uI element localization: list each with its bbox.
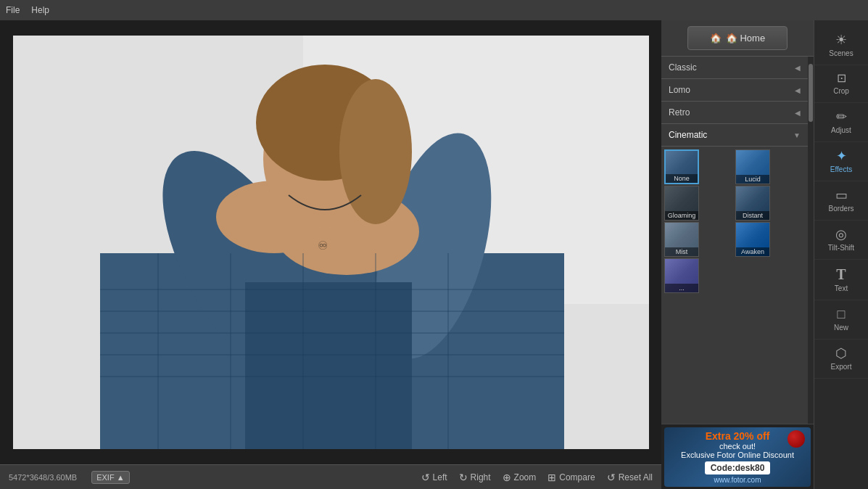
tiltshift-icon: ◎ <box>835 228 847 241</box>
menu-bar: File Help <box>0 0 868 20</box>
rotate-right-label: Right <box>471 472 491 482</box>
filter-category-cinematic-label: Cinematic <box>669 130 707 140</box>
image-info: 5472*3648/3.60MB <box>9 473 77 482</box>
adjust-label: Adjust <box>831 126 851 134</box>
filter-panel-inner: Classic ◀ Lomo ◀ Retro ◀ Cine <box>661 57 814 424</box>
tool-borders[interactable]: ▭ Borders <box>814 181 868 221</box>
filter-none-label: None <box>666 174 698 183</box>
svg-text:♾: ♾ <box>318 239 328 252</box>
exif-button[interactable]: EXIF ▲ <box>91 471 129 484</box>
filter-category-classic-arrow: ◀ <box>795 64 801 72</box>
tool-adjust[interactable]: ✏ Adjust <box>814 103 868 142</box>
svg-rect-11 <box>245 282 412 449</box>
menu-file[interactable]: File <box>6 5 20 15</box>
filter-category-cinematic[interactable]: Cinematic ▼ <box>661 124 808 147</box>
effects-label: Effects <box>830 165 852 173</box>
canvas-image: ♾ <box>13 36 649 449</box>
tool-text[interactable]: T Text <box>814 260 868 300</box>
ad-text1: Extra 20% off <box>706 430 770 442</box>
rotate-right-icon: ↻ <box>459 472 468 483</box>
filter-panel-wrap: 🏠 🏠 Home Classic ◀ Lomo ◀ <box>661 20 814 489</box>
ad-text2: check out! <box>719 442 756 451</box>
rotate-right-action[interactable]: ↻ Right <box>459 472 491 483</box>
tool-export[interactable]: ⬡ Export <box>814 340 868 379</box>
filter-lucid-label: Lucid <box>736 175 769 184</box>
filter-thumb-gloaming[interactable]: Gloaming <box>664 186 699 221</box>
export-icon: ⬡ <box>835 347 847 360</box>
adjust-icon: ✏ <box>836 110 847 123</box>
canvas-wrap: ♾ <box>0 20 661 464</box>
filter-category-classic-label: Classic <box>669 62 697 73</box>
ad-ball <box>788 430 805 448</box>
status-bar: 5472*3648/3.60MB EXIF ▲ ↺ Left ↻ Right ⊕… <box>0 464 661 489</box>
filter-thumb-awaken[interactable]: Awaken <box>735 222 770 257</box>
export-label: Export <box>831 363 852 371</box>
home-button[interactable]: 🏠 🏠 Home <box>687 26 788 50</box>
filter-thumb-lucid[interactable]: Lucid <box>735 149 770 184</box>
scenes-label: Scenes <box>829 49 853 57</box>
effects-icon: ✦ <box>836 149 847 163</box>
ad-code: Code:desk80 <box>705 461 771 474</box>
rotate-left-action[interactable]: ↺ Left <box>421 472 447 483</box>
filter-category-retro-arrow: ◀ <box>795 109 801 117</box>
tool-scenes[interactable]: ☀ Scenes <box>814 26 868 65</box>
borders-label: Borders <box>828 205 853 213</box>
filter-mist-label: Mist <box>665 247 698 256</box>
filter-category-lomo[interactable]: Lomo ◀ <box>661 79 808 102</box>
new-label: New <box>834 324 848 332</box>
filter-thumb-mist[interactable]: Mist <box>664 222 699 257</box>
filter-distant-label: Distant <box>736 211 769 220</box>
new-icon: □ <box>838 308 846 321</box>
filter-category-lomo-arrow: ◀ <box>795 86 801 94</box>
zoom-action[interactable]: ⊕ Zoom <box>503 472 537 483</box>
filter-category-retro[interactable]: Retro ◀ <box>661 102 808 124</box>
panels-right: 🏠 🏠 Home Classic ◀ Lomo ◀ <box>661 20 868 489</box>
reset-label: Reset All <box>619 472 653 482</box>
tool-tiltshift[interactable]: ◎ Tilt-Shift <box>814 221 868 260</box>
scenes-icon: ☀ <box>835 33 847 46</box>
reset-action[interactable]: ↺ Reset All <box>607 472 653 483</box>
right-toolbar: ☀ Scenes ⊡ Crop ✏ Adjust ✦ Effects ▭ Bor… <box>814 20 868 489</box>
zoom-label: Zoom <box>514 472 537 482</box>
filter-grid: None Lucid Gloaming Distant <box>661 147 808 296</box>
filter-category-classic[interactable]: Classic ◀ <box>661 57 808 79</box>
compare-label: Compare <box>559 472 595 482</box>
filter-list[interactable]: Classic ◀ Lomo ◀ Retro ◀ Cine <box>661 57 808 424</box>
zoom-icon: ⊕ <box>503 472 511 483</box>
ad-content[interactable]: Extra 20% off check out! Exclusive Fotor… <box>664 427 811 487</box>
rotate-left-label: Left <box>433 472 447 482</box>
filter-thumb-distant[interactable]: Distant <box>735 186 770 221</box>
filter-scrollbar-thumb[interactable] <box>809 64 813 122</box>
home-icon: 🏠 <box>710 33 722 44</box>
ad-url: www.fotor.com <box>714 476 761 484</box>
borders-icon: ▭ <box>835 189 848 202</box>
crop-label: Crop <box>833 87 849 95</box>
tool-effects[interactable]: ✦ Effects <box>814 142 868 181</box>
reset-icon: ↺ <box>607 472 616 483</box>
ad-banner: Extra 20% off check out! Exclusive Fotor… <box>661 424 814 489</box>
status-actions: ↺ Left ↻ Right ⊕ Zoom ⊞ Compare ↺ Rese <box>421 472 653 483</box>
tool-crop[interactable]: ⊡ Crop <box>814 65 868 103</box>
compare-action[interactable]: ⊞ Compare <box>547 472 595 483</box>
crop-icon: ⊡ <box>837 73 846 84</box>
text-icon: T <box>836 267 846 282</box>
filter-category-cinematic-arrow: ▼ <box>793 131 801 139</box>
ad-text3: Exclusive Fotor Online Discount <box>681 451 794 459</box>
rotate-left-icon: ↺ <box>421 472 430 483</box>
text-label: Text <box>835 284 848 292</box>
tiltshift-label: Tilt-Shift <box>828 244 854 252</box>
filter-category-retro-label: Retro <box>669 107 690 118</box>
compare-icon: ⊞ <box>547 472 556 483</box>
home-bar: 🏠 🏠 Home <box>661 20 814 57</box>
tool-new[interactable]: □ New <box>814 300 868 340</box>
filter-thumb-none[interactable]: None <box>664 149 699 184</box>
menu-help[interactable]: Help <box>31 5 49 15</box>
filter-scrollbar[interactable] <box>808 57 814 424</box>
canvas-area: ♾ 5472*3648/3.60MB EXIF ▲ ↺ Left ↻ Right <box>0 20 661 489</box>
main-area: ♾ 5472*3648/3.60MB EXIF ▲ ↺ Left ↻ Right <box>0 20 868 489</box>
filter-awaken-label: Awaken <box>736 247 769 256</box>
filter-gloaming-label: Gloaming <box>665 211 698 220</box>
home-label: 🏠 Home <box>726 33 765 44</box>
filter-thumb-extra[interactable]: ... <box>664 258 699 293</box>
filter-extra-label: ... <box>665 284 698 292</box>
